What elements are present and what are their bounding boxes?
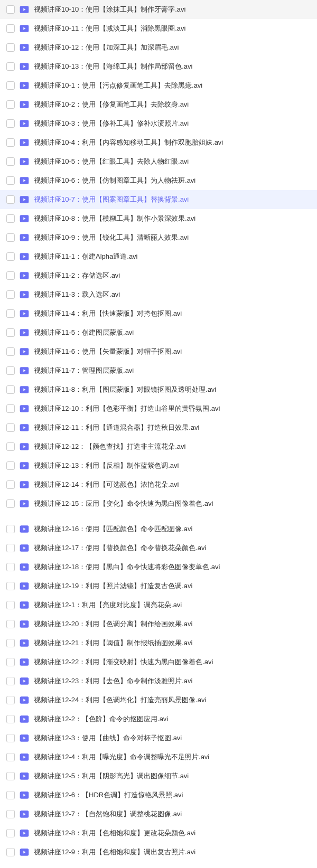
file-item[interactable]: 视频讲座11-2：存储选区.avi [0,266,317,285]
file-item[interactable]: 视频讲座12-2：【色阶】命令的抠图应用.avi [0,710,317,729]
file-checkbox[interactable] [6,100,15,109]
file-item[interactable]: 视频讲座12-6：【HDR色调】打造惊艳风景照.avi [0,786,317,805]
file-item[interactable]: 视频讲座12-18：使用【黑白】命令快速将彩色图像变单色.avi [0,558,317,577]
file-checkbox[interactable] [6,715,15,723]
file-item[interactable]: 视频讲座10-13：使用【海绵工具】制作局部留色.avi [0,57,317,76]
file-item[interactable]: 视频讲座12-16：使用【匹配颜色】命令匹配图像.avi [0,520,317,539]
file-item[interactable]: 视频讲座12-9：利用【色相饱和度】调出复古照片.avi [0,843,317,862]
file-checkbox[interactable] [6,385,15,394]
file-checkbox[interactable] [6,366,15,375]
file-checkbox[interactable] [6,290,15,299]
file-item[interactable]: 视频讲座12-13：利用【反相】制作蓝紫色调.avi [0,456,317,475]
file-checkbox[interactable] [6,734,15,742]
file-item[interactable]: 视频讲座12-15：应用【变化】命令快速为黑白图像着色.avi [0,494,317,513]
file-checkbox[interactable] [6,677,15,685]
video-icon [19,676,30,686]
file-checkbox[interactable] [6,233,15,242]
file-checkbox[interactable] [6,252,15,261]
file-checkbox[interactable] [6,271,15,280]
file-name-label: 视频讲座12-1：利用【亮度对比度】调亮花朵.avi [34,600,182,610]
file-checkbox[interactable] [6,544,15,552]
file-item[interactable]: 视频讲座10-11：使用【减淡工具】消除黑眼圈.avi [0,19,317,38]
file-item[interactable]: 视频讲座12-23：利用【去色】命令制作淡雅照片.avi [0,672,317,691]
file-checkbox[interactable] [6,62,15,71]
file-item[interactable]: 视频讲座12-20：利用【色调分离】制作绘画效果.avi [0,615,317,634]
file-item[interactable]: 视频讲座12-17：使用【替换颜色】命令替换花朵颜色.avi [0,539,317,558]
file-item[interactable]: 视频讲座11-3：载入选区.avi [0,285,317,304]
file-item[interactable]: 视频讲座11-8：利用【图层蒙版】对眼镜抠图及透明处理.avi [0,380,317,399]
file-item[interactable]: 视频讲座10-6：使用【仿制图章工具】为人物祛斑.avi [0,171,317,190]
file-item[interactable]: 视频讲座10-4：利用【内容感知移动工具】制作双胞胎姐妹.avi [0,133,317,152]
file-item[interactable]: 视频讲座12-3：使用【曲线】命令对杯子抠图.avi [0,729,317,748]
file-item[interactable]: 视频讲座10-3：使用【修补工具】修补水渍照片.avi [0,114,317,133]
file-checkbox[interactable] [6,753,15,761]
file-item[interactable]: 视频讲座12-11：利用【通道混合器】打造秋日效果.avi [0,418,317,437]
file-checkbox[interactable] [6,347,15,356]
file-checkbox[interactable] [6,423,15,432]
file-checkbox[interactable] [6,620,15,628]
file-checkbox[interactable] [6,772,15,780]
file-item[interactable]: 视频讲座10-7：使用【图案图章工具】替换背景.avi [0,190,317,209]
file-item[interactable]: 视频讲座10-10：使用【涂抹工具】制作牙膏字.avi [0,0,317,19]
file-item[interactable]: 视频讲座12-1：利用【亮度对比度】调亮花朵.avi [0,596,317,615]
file-checkbox[interactable] [6,582,15,590]
file-checkbox[interactable] [6,24,15,33]
file-checkbox[interactable] [6,328,15,337]
file-item[interactable]: 视频讲座12-14：利用【可选颜色】浓艳花朵.avi [0,475,317,494]
file-item[interactable]: 视频讲座12-19：利用【照片滤镜】打造复古色调.avi [0,577,317,596]
file-name-label: 视频讲座12-10：利用【色彩平衡】打造山谷里的黄昏氛围.avi [34,404,220,413]
file-checkbox[interactable] [6,499,15,508]
file-checkbox[interactable] [6,639,15,647]
file-checkbox[interactable] [6,309,15,318]
file-checkbox[interactable] [6,81,15,90]
file-checkbox[interactable] [6,43,15,52]
file-item[interactable]: 视频讲座11-4：利用【快速蒙版】对挎包抠图.avi [0,304,317,323]
file-checkbox[interactable] [6,829,15,837]
file-checkbox[interactable] [6,5,15,14]
file-item[interactable]: 视频讲座12-24：利用【色调均化】打造亮丽风景图像.avi [0,691,317,710]
file-item[interactable]: 视频讲座12-5：利用【阴影高光】调出图像细节.avi [0,767,317,786]
file-item[interactable]: 视频讲座10-1：使用【污点修复画笔工具】去除黑痣.avi [0,76,317,95]
file-name-label: 视频讲座10-13：使用【海绵工具】制作局部留色.avi [34,62,192,71]
file-checkbox[interactable] [6,176,15,185]
file-checkbox[interactable] [6,810,15,818]
file-checkbox[interactable] [6,563,15,571]
file-item[interactable]: 视频讲座12-7：【自然饱和度】调整桃花图像.avi [0,805,317,824]
file-item[interactable]: 视频讲座12-8：利用【色相饱和度】更改花朵颜色.avi [0,824,317,843]
file-item[interactable]: 视频讲座10-8：使用【模糊工具】制作小景深效果.avi [0,209,317,228]
file-item[interactable]: 视频讲座12-22：利用【渐变映射】快速为黑白图像着色.avi [0,653,317,672]
video-icon [19,80,30,91]
file-name-label: 视频讲座12-17：使用【替换颜色】命令替换花朵颜色.avi [34,543,206,553]
file-checkbox[interactable] [6,525,15,533]
file-name-label: 视频讲座12-6：【HDR色调】打造惊艳风景照.avi [34,790,183,800]
file-item[interactable]: 视频讲座12-4：利用【曝光度】命令调整曝光不足照片.avi [0,748,317,767]
file-checkbox[interactable] [6,404,15,413]
file-item[interactable]: 视频讲座12-12：【颜色查找】打造非主流花朵.avi [0,437,317,456]
file-checkbox[interactable] [6,442,15,451]
file-item[interactable]: 视频讲座12-10：利用【色彩平衡】打造山谷里的黄昏氛围.avi [0,399,317,418]
file-checkbox[interactable] [6,480,15,489]
file-checkbox[interactable] [6,848,15,856]
file-checkbox[interactable] [6,791,15,799]
file-item[interactable]: 视频讲座10-9：使用【锐化工具】清晰丽人效果.avi [0,228,317,247]
file-item[interactable]: 视频讲座10-5：使用【红眼工具】去除人物红眼.avi [0,152,317,171]
file-checkbox[interactable] [6,214,15,223]
file-checkbox[interactable] [6,157,15,166]
file-checkbox[interactable] [6,601,15,609]
file-name-label: 视频讲座12-7：【自然饱和度】调整桃花图像.avi [34,809,182,819]
file-checkbox[interactable] [6,461,15,470]
file-item[interactable]: 视频讲座11-1：创建Alpha通道.avi [0,247,317,266]
video-icon [19,327,30,338]
file-checkbox[interactable] [6,119,15,128]
file-checkbox[interactable] [6,696,15,704]
file-checkbox[interactable] [6,195,15,204]
file-item[interactable]: 视频讲座11-6：使用【矢量蒙版】对帽子抠图.avi [0,342,317,361]
file-item[interactable]: 视频讲座10-12：使用【加深工具】加深眉毛.avi [0,38,317,57]
file-checkbox[interactable] [6,138,15,147]
file-item[interactable]: 视频讲座10-2：使用【修复画笔工具】去除纹身.avi [0,95,317,114]
file-item[interactable]: 视频讲座12-21：利用【阈值】制作报纸插图效果.avi [0,634,317,653]
file-item[interactable]: 视频讲座11-7：管理图层蒙版.avi [0,361,317,380]
file-name-label: 视频讲座11-3：载入选区.avi [34,290,120,299]
file-checkbox[interactable] [6,658,15,666]
file-item[interactable]: 视频讲座11-5：创建图层蒙版.avi [0,323,317,342]
